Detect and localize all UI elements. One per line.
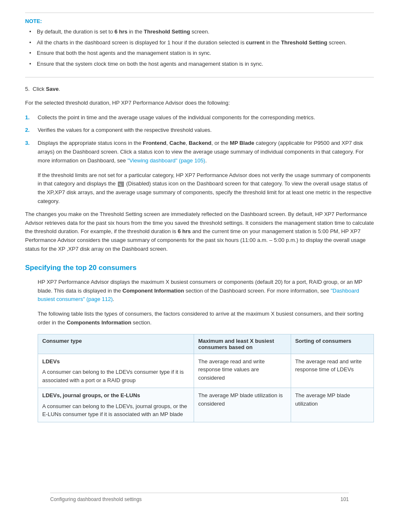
step-3-text: Displays the appropriate status icons in…	[38, 140, 363, 164]
step-2-text: Verifies the values for a component with…	[38, 127, 212, 133]
note-bullets: By default, the duration is set to 6 hrs…	[25, 28, 374, 68]
row1-col3: The average read and write response time…	[291, 354, 373, 388]
step-1-text: Collects the point in time and the avera…	[38, 114, 315, 121]
body-para: The changes you make on the Threshold Se…	[25, 210, 374, 254]
note-label: NOTE:	[25, 18, 374, 24]
note-bullet-2: All the charts in the dashboard screen i…	[29, 39, 374, 47]
row1-col2: The average read and write response time…	[194, 354, 291, 388]
footer-left: Configuring dashboard threshold settings	[50, 496, 142, 502]
section-heading: Specifying the top 20 consumers	[25, 264, 374, 272]
note-section: NOTE: By default, the duration is set to…	[25, 13, 374, 77]
step-3: 3. Displays the appropriate status icons…	[25, 139, 374, 165]
section-body: HP XP7 Performance Advisor displays the …	[25, 278, 374, 422]
col-header-based-on: Maximum and least X busiest consumers ba…	[194, 334, 291, 354]
col-header-consumer-type: Consumer type	[38, 334, 194, 354]
row1-col1: LDEVs A consumer can belong to the LDEVs…	[38, 354, 194, 388]
row2-consumer-title: LDEVs, journal groups, or the E-LUNs	[42, 391, 189, 400]
row2-col3: The average MP blade utilization	[291, 388, 373, 422]
intro-para: For the selected threshold duration, HP …	[25, 99, 374, 108]
step5-text: 5. Click Save.	[25, 86, 60, 92]
section-para1: HP XP7 Performance Advisor displays the …	[38, 278, 374, 304]
step-1: 1. Collects the point in time and the av…	[25, 113, 374, 122]
step-3-num: 3.	[25, 139, 30, 148]
viewing-dashboard-link[interactable]: "Viewing dashboard" (page 105)	[128, 157, 205, 164]
row2-consumer-sub: A consumer can belong to the LDEVs, jour…	[42, 402, 189, 419]
col-header-sorting: Sorting of consumers	[291, 334, 373, 354]
page-content: NOTE: By default, the duration is set to…	[25, 13, 374, 515]
sub-para-1: If the threshold limits are not set for …	[25, 171, 374, 206]
step-1-num: 1.	[25, 113, 30, 122]
step-2-num: 2.	[25, 126, 30, 135]
table-header-row: Consumer type Maximum and least X busies…	[38, 334, 374, 354]
row2-col2: The average MP blade utilization is cons…	[194, 388, 291, 422]
footer-right: 101	[340, 496, 349, 502]
consumers-table: Consumer type Maximum and least X busies…	[38, 334, 374, 422]
step5-line: 5. Click Save.	[25, 85, 374, 94]
row1-consumer-sub: A consumer can belong to the LDEVs consu…	[42, 368, 189, 384]
note-bullet-1: By default, the duration is set to 6 hrs…	[29, 28, 374, 36]
step-2: 2. Verifies the values for a component w…	[25, 126, 374, 135]
note-bullet-3: Ensure that both the host agents and the…	[29, 49, 374, 57]
note-bullet-4: Ensure that the system clock time on bot…	[29, 60, 374, 68]
section-para2: The following table lists the types of c…	[38, 310, 374, 327]
row1-consumer-title: LDEVs	[42, 357, 189, 366]
disabled-icon	[118, 182, 124, 187]
consumers-table-wrapper: Consumer type Maximum and least X busies…	[38, 334, 374, 422]
numbered-steps: 1. Collects the point in time and the av…	[25, 113, 374, 165]
table-row: LDEVs A consumer can belong to the LDEVs…	[38, 354, 374, 388]
sub-para-1-text: If the threshold limits are not set for …	[38, 171, 374, 206]
table-row: LDEVs, journal groups, or the E-LUNs A c…	[38, 388, 374, 422]
row2-col1: LDEVs, journal groups, or the E-LUNs A c…	[38, 388, 194, 422]
footer-bar: Configuring dashboard threshold settings…	[50, 493, 349, 502]
dashboard-busiest-consumers-link[interactable]: "Dashboard busiest consumers" (page 112)	[38, 288, 359, 303]
